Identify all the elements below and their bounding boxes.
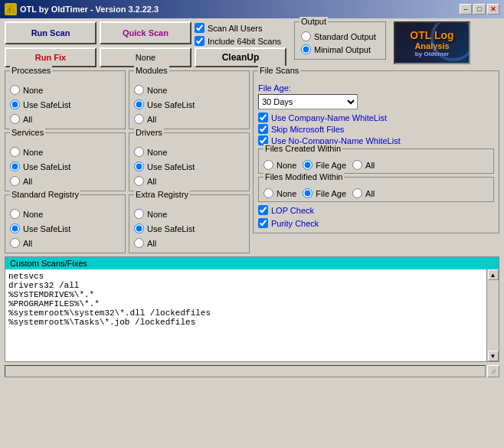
minimize-button[interactable]: – (460, 4, 472, 15)
standard-output-label: Standard Output (314, 32, 376, 41)
lop-check-row: LOP Check (258, 205, 494, 215)
minimal-output-label: Minimal Output (314, 45, 371, 54)
drivers-safelist-radio[interactable] (134, 162, 144, 171)
purity-check-checkbox[interactable] (258, 218, 268, 228)
scan-all-users-checkbox[interactable] (195, 23, 205, 33)
svg-line-2 (491, 369, 496, 374)
extra-reg-safelist-label: Use SafeList (147, 224, 195, 233)
services-group: Services None Use SafeList All (5, 132, 126, 191)
vertical-scrollbar[interactable]: ▲ ▼ (486, 269, 499, 361)
services-all-radio[interactable] (10, 176, 20, 186)
cleanup-button[interactable]: CleanUp (195, 47, 286, 67)
created-all-radio[interactable] (352, 160, 362, 170)
close-button[interactable]: ✕ (487, 4, 499, 15)
extra-reg-safelist-row: Use SafeList (134, 224, 244, 233)
toolbar: Run Scan Run Fix Quick Scan None Scan Al… (5, 21, 499, 67)
status-panel-1 (5, 365, 486, 377)
modified-none-radio[interactable] (263, 188, 273, 198)
modules-none-label: None (147, 86, 167, 95)
processes-safelist-row: Use SafeList (10, 100, 120, 109)
maximize-button[interactable]: □ (473, 4, 486, 15)
minimal-output-radio[interactable] (301, 44, 311, 54)
processes-all-row: All (10, 114, 120, 124)
window-controls: – □ ✕ (460, 4, 499, 15)
services-none-radio[interactable] (10, 147, 20, 157)
services-safelist-radio[interactable] (10, 162, 20, 171)
scroll-up-button[interactable]: ▲ (488, 269, 499, 280)
extra-reg-none-label: None (147, 210, 167, 219)
scroll-down-button[interactable]: ▼ (488, 351, 499, 361)
created-file-age-row: File Age (303, 160, 346, 170)
created-none-radio[interactable] (263, 160, 273, 170)
extra-reg-safelist-radio[interactable] (134, 224, 144, 233)
processes-group: Processes None Use SafeList All (5, 70, 126, 129)
extra-reg-none-radio[interactable] (134, 209, 144, 219)
window-body: Run Scan Run Fix Quick Scan None Scan Al… (0, 18, 504, 382)
std-reg-none-radio[interactable] (10, 209, 20, 219)
include-64bit-checkbox-row: Include 64bit Scans (195, 36, 286, 46)
run-scan-button[interactable]: Run Scan (5, 21, 97, 44)
modules-all-row: All (134, 114, 244, 124)
skip-microsoft-row: Skip Microsoft Files (258, 124, 494, 134)
standard-registry-legend: Standard Registry (10, 190, 80, 199)
modules-none-row: None (134, 85, 244, 95)
custom-scans-header: Custom Scans/Fixes (5, 257, 499, 269)
modified-all-radio[interactable] (352, 188, 362, 198)
title-text: OTL by OldTimer - Version 3.2.22.3 (20, 5, 159, 14)
modules-safelist-radio[interactable] (134, 100, 144, 109)
processes-all-radio[interactable] (10, 114, 20, 124)
status-resize-grip[interactable] (487, 365, 499, 377)
services-safelist-row: Use SafeList (10, 162, 120, 171)
none-button[interactable]: None (100, 47, 191, 67)
modified-file-age-radio[interactable] (303, 188, 313, 198)
modified-none-label: None (277, 189, 296, 198)
file-age-dropdown-row: 30 Days 60 Days 90 Days All (258, 94, 494, 109)
modules-all-radio[interactable] (134, 114, 144, 124)
right-panel: File Scans File Age: 30 Days 60 Days 90 … (253, 70, 499, 253)
lop-check-checkbox[interactable] (258, 205, 268, 215)
svg-text:!: ! (9, 8, 11, 12)
use-company-label: Use Company-Name WhiteList (271, 113, 387, 122)
created-all-row: All (352, 160, 375, 170)
skip-microsoft-checkbox[interactable] (258, 124, 268, 134)
use-company-row: Use Company-Name WhiteList (258, 113, 494, 122)
created-all-label: All (365, 161, 375, 170)
use-company-checkbox[interactable] (258, 113, 268, 122)
purity-check-label: Purity Check (271, 219, 319, 228)
drivers-group: Drivers None Use SafeList All (129, 132, 250, 191)
custom-scans-content: netsvcs drivers32 /all %SYSTEMDRIVE%\*.*… (8, 272, 483, 327)
modules-none-radio[interactable] (134, 85, 144, 95)
modules-all-label: All (147, 115, 156, 124)
std-reg-all-radio[interactable] (10, 238, 20, 248)
quick-scan-button[interactable]: Quick Scan (100, 21, 191, 44)
run-fix-button[interactable]: Run Fix (5, 47, 97, 67)
files-created-radios: None File Age All (263, 157, 489, 170)
services-all-row: All (10, 176, 120, 186)
std-reg-safelist-radio[interactable] (10, 224, 20, 233)
drivers-none-radio[interactable] (134, 147, 144, 157)
drivers-safelist-label: Use SafeList (147, 162, 195, 171)
processes-none-radio[interactable] (10, 85, 20, 95)
file-age-select[interactable]: 30 Days 60 Days 90 Days All (258, 94, 358, 109)
std-reg-none-row: None (10, 209, 120, 219)
modified-all-row: All (352, 188, 375, 198)
processes-safelist-label: Use SafeList (23, 100, 70, 109)
svg-marker-0 (7, 5, 15, 12)
logo-box: OTL Log Analysis by Oldtimer (394, 21, 470, 64)
lop-check-label: LOP Check (271, 206, 314, 215)
standard-output-radio[interactable] (301, 31, 311, 41)
extra-reg-all-radio[interactable] (134, 238, 144, 248)
drivers-all-radio[interactable] (134, 176, 144, 186)
include-64bit-label: Include 64bit Scans (208, 37, 281, 46)
services-none-label: None (23, 148, 43, 157)
include-64bit-checkbox[interactable] (195, 36, 205, 46)
extra-registry-legend: Extra Registry (134, 190, 190, 199)
modified-file-age-label: File Age (316, 189, 346, 198)
extra-reg-all-row: All (134, 238, 244, 248)
processes-legend: Processes (10, 66, 52, 75)
created-file-age-radio[interactable] (303, 160, 313, 170)
processes-safelist-radio[interactable] (10, 100, 20, 109)
files-modified-group: Files Modified Within None File Age A (258, 177, 494, 202)
standard-output-radio-row: Standard Output (301, 31, 379, 41)
drivers-all-row: All (134, 176, 244, 186)
